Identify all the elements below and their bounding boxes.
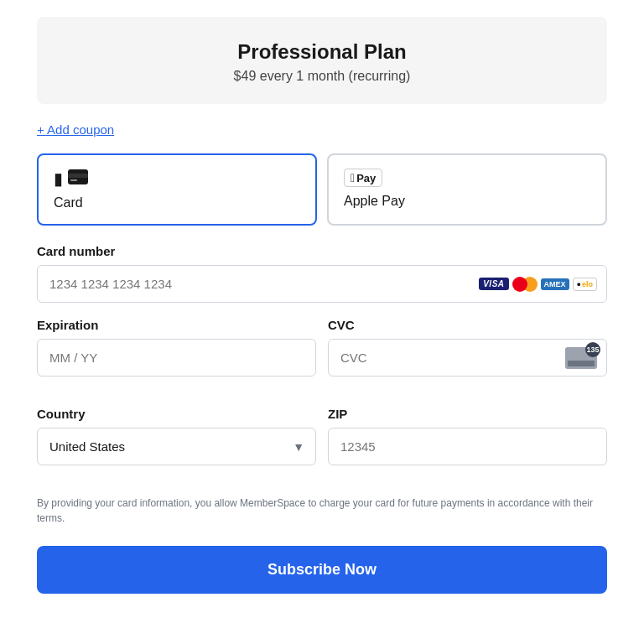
disclaimer-text: By providing your card information, you … [37,496,607,526]
plan-title: Professional Plan [54,40,590,64]
card-label: Card [54,195,83,210]
add-coupon-link[interactable]: + Add coupon [37,122,114,137]
payment-form: Professional Plan $49 every 1 month (rec… [37,17,607,594]
country-label: Country [37,407,316,421]
applepay-badge:  Pay [344,169,382,187]
apple-icon:  [351,171,355,184]
cvc-wrapper: 135 [328,339,607,377]
card-payment-option[interactable]: ▮ Card [37,153,317,226]
expiration-label: Expiration [37,318,316,332]
expiration-cvc-row: Expiration CVC 135 [37,318,607,392]
card-number-wrapper: VISA AMEX ●elo [37,265,607,303]
svg-rect-1 [68,174,88,178]
svg-rect-2 [70,179,77,181]
card-number-label: Card number [37,244,607,258]
zip-label: ZIP [328,407,607,421]
expiration-input[interactable] [37,339,316,377]
card-icon: ▮ [54,169,88,189]
country-select[interactable]: United States Canada United Kingdom Aust… [37,428,316,465]
cvc-card-image: 135 [565,347,597,369]
amex-logo: AMEX [541,278,569,290]
card-number-group: Card number VISA AMEX ●elo [37,244,607,303]
applepay-label: Apple Pay [344,194,405,209]
cvc-label: CVC [328,318,607,332]
country-zip-row: Country United States Canada United King… [37,407,607,480]
card-logos: VISA AMEX ●elo [479,277,597,292]
cvc-badge: 135 [585,342,600,357]
subscribe-button[interactable]: Subscribe Now [37,546,607,594]
visa-logo: VISA [479,278,508,290]
cvc-stripe [568,361,595,366]
applepay-payment-option[interactable]:  Pay Apple Pay [327,153,607,226]
zip-group: ZIP [328,407,607,465]
payment-methods: ▮ Card  Pay Apple Pay [37,153,607,226]
cvc-icon: 135 [565,347,597,369]
expiration-group: Expiration [37,318,316,377]
country-wrapper: United States Canada United Kingdom Aust… [37,428,316,465]
mastercard-logo [512,277,538,292]
cvc-group: CVC 135 [328,318,607,377]
zip-input[interactable] [328,428,607,465]
plan-price: $49 every 1 month (recurring) [54,69,590,84]
elo-logo: ●elo [573,278,597,291]
country-group: Country United States Canada United King… [37,407,316,465]
plan-header: Professional Plan $49 every 1 month (rec… [37,17,607,104]
